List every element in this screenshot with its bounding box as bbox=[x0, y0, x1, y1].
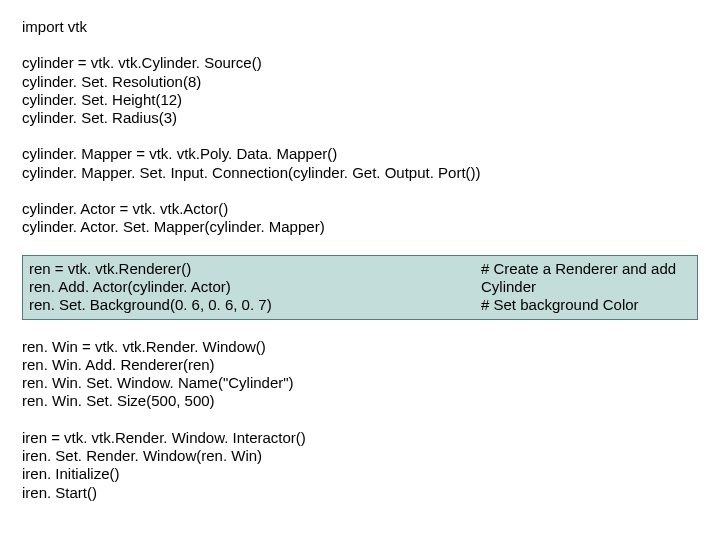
code-block-render-window: ren. Win = vtk. vtk.Render. Window() ren… bbox=[22, 338, 698, 411]
highlighted-block: ren = vtk. vtk.Renderer() ren. Add. Acto… bbox=[22, 255, 698, 320]
highlight-box: ren = vtk. vtk.Renderer() ren. Add. Acto… bbox=[22, 255, 698, 320]
highlight-code: ren = vtk. vtk.Renderer() ren. Add. Acto… bbox=[29, 260, 272, 315]
code-block-cylinder-source: cylinder = vtk. vtk.Cylinder. Source() c… bbox=[22, 54, 698, 127]
code-block-actor: cylinder. Actor = vtk. vtk.Actor() cylin… bbox=[22, 200, 698, 237]
highlight-comments: # Create a Renderer and add Cylinder # S… bbox=[461, 260, 691, 315]
comment-renderer: # Create a Renderer and add Cylinder bbox=[481, 260, 691, 297]
code-block-mapper: cylinder. Mapper = vtk. vtk.Poly. Data. … bbox=[22, 145, 698, 182]
code-block-import: import vtk bbox=[22, 18, 698, 36]
comment-background: # Set background Color bbox=[481, 296, 691, 314]
code-block-interactor: iren = vtk. vtk.Render. Window. Interact… bbox=[22, 429, 698, 502]
